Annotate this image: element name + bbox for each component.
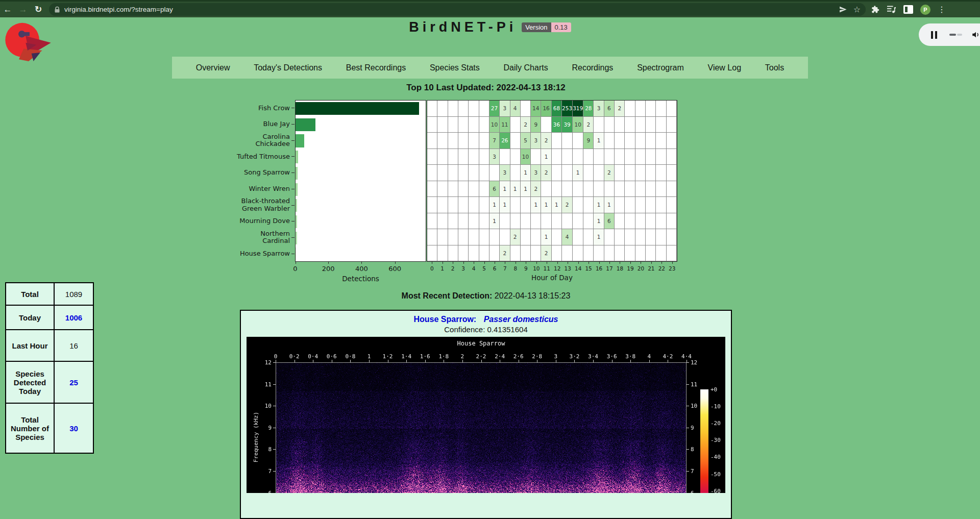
heatmap-cell xyxy=(469,245,479,262)
heatmap-cell: 2 xyxy=(562,197,573,213)
heatmap-cell xyxy=(594,165,604,181)
colorbar-tick-label: +0 xyxy=(710,386,717,393)
version-badge: Version0.13 xyxy=(522,22,571,32)
hour-tick xyxy=(526,262,526,264)
nav-item-view-log[interactable]: View Log xyxy=(708,63,742,72)
heatmap-cell xyxy=(448,229,458,245)
forward-icon[interactable]: → xyxy=(15,5,31,15)
heatmap-cell: 11 xyxy=(500,117,510,133)
media-controls-icon[interactable] xyxy=(887,5,896,14)
species-label-3: Carolina Chickadee xyxy=(188,133,290,148)
heatmap-cell xyxy=(469,213,479,230)
time-tick xyxy=(444,360,444,362)
hour-tick-label: 15 xyxy=(585,265,592,271)
back-icon[interactable]: ← xyxy=(0,5,15,15)
heatmap-cell xyxy=(469,117,479,133)
time-tick-label: 1·6 xyxy=(420,353,430,360)
nav-item-spectrogram[interactable]: Spectrogram xyxy=(637,63,684,72)
audio-player[interactable] xyxy=(919,23,980,46)
reload-icon[interactable]: ↻ xyxy=(31,4,46,15)
freq-tick-label-right: 12 xyxy=(691,359,704,366)
heatmap-cell xyxy=(448,133,458,149)
heatmap-cell xyxy=(625,117,635,133)
heatmap-cell xyxy=(469,197,479,213)
heatmap-cell xyxy=(594,149,604,165)
heatmap-cell xyxy=(437,181,448,197)
time-tick xyxy=(406,360,407,362)
time-tick-label: 3·6 xyxy=(607,353,617,360)
heatmap-cell xyxy=(510,245,521,262)
heatmap-cell: 26 xyxy=(500,133,510,149)
hour-tick xyxy=(557,262,558,264)
detection-bar xyxy=(296,118,315,131)
heatmap-cell xyxy=(604,149,615,165)
side-panel-icon[interactable] xyxy=(903,5,913,14)
time-tick xyxy=(313,360,313,362)
stat-value-total-number-of-species[interactable]: 30 xyxy=(55,404,93,453)
species-tick xyxy=(291,205,295,206)
pause-button[interactable] xyxy=(931,31,939,39)
nav-item-species-stats[interactable]: Species Stats xyxy=(430,63,480,72)
stat-label-text: Total xyxy=(21,290,39,299)
heatmap-cell xyxy=(615,197,625,213)
detection-bar xyxy=(296,102,419,115)
hour-tick xyxy=(578,262,579,264)
hour-tick-label: 4 xyxy=(472,265,476,271)
time-tick-label: 2·6 xyxy=(513,353,524,360)
hour-tick xyxy=(599,262,600,264)
freq-tick-label-left: 6 xyxy=(258,489,272,493)
heatmap-cell xyxy=(656,197,666,213)
nav-item-today-s-detections[interactable]: Today's Detections xyxy=(254,63,322,72)
nav-item-overview[interactable]: Overview xyxy=(196,63,230,72)
hour-tick-label: 19 xyxy=(627,265,633,271)
time-tick xyxy=(462,360,463,362)
confidence-value: 0.41351604 xyxy=(487,325,527,334)
table-row: Total1089 xyxy=(6,283,93,306)
hour-tick xyxy=(495,262,495,264)
nav-item-recordings[interactable]: Recordings xyxy=(572,63,613,72)
nav-item-best-recordings[interactable]: Best Recordings xyxy=(346,63,406,72)
profile-avatar[interactable]: P xyxy=(920,5,930,15)
hour-tick-label: 7 xyxy=(503,265,507,271)
heatmap-cell xyxy=(656,117,666,133)
nav-item-daily-charts[interactable]: Daily Charts xyxy=(504,63,548,72)
spectrogram-title: House Sparrow xyxy=(276,340,687,347)
species-tick xyxy=(291,221,295,221)
heatmap-cell xyxy=(635,101,646,117)
heatmap-cell xyxy=(489,165,500,181)
heatmap-cell xyxy=(427,245,437,262)
hour-tick-label: 0 xyxy=(430,265,434,271)
hour-tick xyxy=(474,262,474,264)
stat-value-today[interactable]: 1006 xyxy=(55,306,93,329)
heatmap-cell: 1 xyxy=(594,133,604,149)
heatmap-cell: 7 xyxy=(489,133,500,149)
heatmap-cell xyxy=(552,149,562,165)
detection-species[interactable]: House Sparrow: xyxy=(414,315,477,324)
time-tick-label: 1·2 xyxy=(383,353,393,360)
send-icon[interactable] xyxy=(839,5,847,14)
heatmap-cell xyxy=(531,245,541,262)
freq-tick-left xyxy=(273,406,276,406)
seek-bar[interactable] xyxy=(949,34,962,36)
main-nav: OverviewToday's DetectionsBest Recording… xyxy=(172,57,808,79)
heatmap-cell xyxy=(667,197,677,213)
heatmap-cell xyxy=(458,181,469,197)
heatmap-cell xyxy=(437,101,448,117)
bookmark-star-icon[interactable]: ☆ xyxy=(853,5,861,14)
extensions-icon[interactable] xyxy=(871,5,879,14)
nav-item-tools[interactable]: Tools xyxy=(765,63,784,72)
page: { "browser": { "url": "virginia.birdnetp… xyxy=(0,0,980,519)
heatmap-cell xyxy=(573,149,583,165)
heatmap-cell xyxy=(521,229,531,245)
hour-tick-label: 3 xyxy=(461,265,465,271)
menu-dots-icon[interactable]: ⋮ xyxy=(938,5,946,14)
top10-heading: Top 10 Last Updated: 2022-04-13 18:12 xyxy=(0,83,972,93)
volume-icon[interactable] xyxy=(971,30,980,39)
heatmap-cell xyxy=(604,133,615,149)
url-bar[interactable]: virginia.birdnetpi.com/?stream=play ☆ xyxy=(49,3,866,16)
freq-tick-right xyxy=(687,384,689,385)
heatmap-cell xyxy=(667,181,677,197)
stat-value-species-detected-today[interactable]: 25 xyxy=(55,362,93,403)
heatmap-cell xyxy=(625,101,635,117)
detection-bar xyxy=(296,248,296,260)
